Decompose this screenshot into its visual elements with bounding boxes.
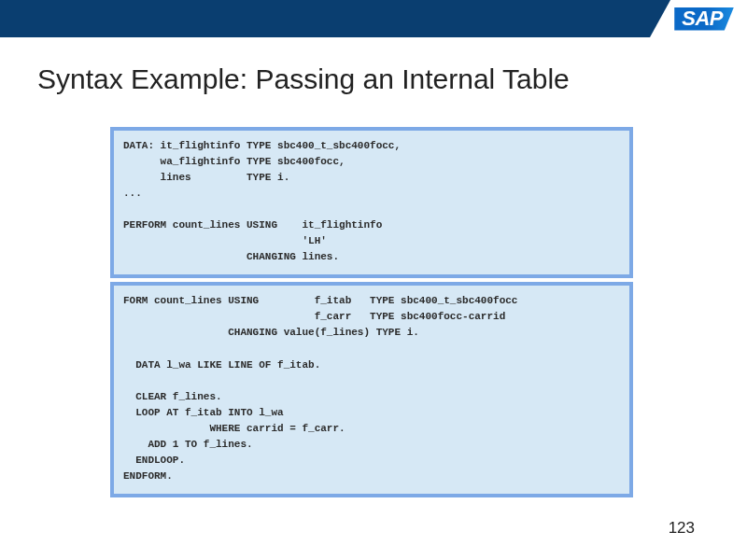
sap-logo: SAP <box>674 7 734 31</box>
page-title: Syntax Example: Passing an Internal Tabl… <box>0 37 747 95</box>
code-panel-form: FORM count_lines USING f_itab TYPE sbc40… <box>110 282 633 497</box>
code-area: DATA: it_flightinfo TYPE sbc400_t_sbc400… <box>110 127 633 497</box>
header-bar: SAP <box>0 0 747 37</box>
logo-slash <box>650 0 670 37</box>
page-number: 123 <box>669 519 695 538</box>
logo-corner: SAP <box>650 0 747 37</box>
slide: SAP Syntax Example: Passing an Internal … <box>0 0 747 560</box>
code-panel-caller: DATA: it_flightinfo TYPE sbc400_t_sbc400… <box>110 127 633 278</box>
logo-box: SAP <box>670 0 747 37</box>
